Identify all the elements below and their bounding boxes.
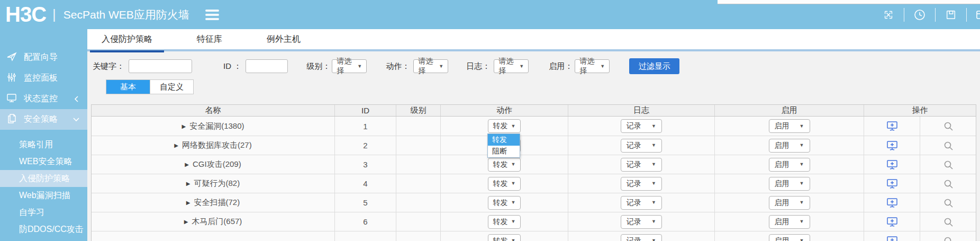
action-dropdown[interactable]: 转发▼ [488,177,521,191]
apply-to-monitor-icon[interactable] [885,177,899,191]
caret-down-icon: ▼ [651,200,656,205]
table-row: ▶安全扫描(72) 5 转发▼ 记录▼ 启用▼ [92,193,976,212]
search-icon[interactable] [941,196,955,210]
apply-to-monitor-icon[interactable] [885,119,899,133]
id-input[interactable] [246,59,288,73]
log-dropdown[interactable]: 记录▼ [621,139,662,153]
sidebar-item-config-wizard[interactable]: 配置向导 [0,47,87,68]
caret-down-icon: ▼ [511,219,516,224]
apply-to-monitor-icon[interactable] [885,215,899,229]
action-dropdown[interactable]: 转发▼ [488,215,521,229]
log-select[interactable]: 请选择 ▼ [494,59,529,73]
enable-dropdown[interactable]: 启用▼ [769,158,810,172]
save-icon[interactable] [945,8,957,21]
dropdown-option-forward[interactable]: 转发 [488,134,520,146]
search-icon[interactable] [941,158,955,172]
enable-label: 启用： [549,61,573,72]
logo-separator: | [52,6,56,23]
tab-intrusion-prevention-policy[interactable]: 入侵防护策略 [90,29,164,50]
clock-icon[interactable] [913,8,926,21]
sidebar-item-monitor-panel[interactable]: 监控面板 [0,68,87,88]
table-row: 转发▼ 记录▼ 启用▼ [92,231,976,241]
topbar-divider [935,8,936,22]
sidebar-item-label: 配置向导 [24,52,58,63]
apply-to-monitor-icon[interactable] [885,158,899,172]
apply-to-monitor-icon[interactable] [885,139,899,153]
expand-caret-icon[interactable]: ▶ [174,142,178,148]
apply-to-monitor-icon[interactable] [885,234,899,241]
col-header-log: 日志 [568,105,714,116]
expand-caret-icon[interactable]: ▶ [182,123,186,129]
table-row: ▶安全漏洞(1380) 1 转发▼ 记录▼ 启用▼ [92,117,976,136]
tab-bar: 入侵防护策略 特征库 例外主机 [87,29,980,51]
action-dropdown[interactable]: 转发▼ [488,158,521,172]
action-dropdown[interactable]: 转发▼ [488,119,521,133]
expand-caret-icon[interactable]: ▶ [186,200,190,206]
tab-exception-hosts[interactable]: 例外主机 [255,29,312,50]
enable-dropdown[interactable]: 启用▼ [769,119,810,133]
search-icon[interactable] [941,139,955,153]
expand-caret-icon[interactable]: ▶ [186,181,190,186]
rule-name: CGI攻击(209) [193,159,241,169]
window-icon[interactable] [976,8,980,21]
log-dropdown[interactable]: 记录▼ [621,234,662,241]
topbar-divider [904,8,904,22]
sidebar-subitem-anti-ddos-cc[interactable]: 防DDOS/CC攻击 [0,221,87,238]
enable-select[interactable]: 请选择 ▼ [575,59,610,73]
tab-signature-library[interactable]: 特征库 [185,29,234,50]
search-icon[interactable] [941,234,955,241]
level-select[interactable]: 请选择 ▼ [332,59,367,73]
caret-down-icon: ▼ [651,124,656,129]
col-header-level: 级别 [396,105,440,116]
enable-dropdown[interactable]: 启用▼ [769,234,810,241]
expand-caret-icon[interactable]: ▶ [185,162,189,167]
enable-dropdown[interactable]: 启用▼ [769,215,810,229]
caret-down-icon: ▼ [800,219,804,224]
rule-id: 1 [334,117,396,136]
log-dropdown[interactable]: 记录▼ [621,119,662,133]
sidebar-subitem-policy-reference[interactable]: 策略引用 [0,136,87,153]
action-select[interactable]: 请选择 ▼ [413,59,448,73]
chevron-down-icon [72,117,80,123]
main-content: 入侵防护策略 特征库 例外主机 关键字： ID ： 级别： 请选择 ▼ 动作： … [87,29,980,241]
filter-display-button[interactable]: 过滤显示 [629,58,679,74]
keyword-input[interactable] [129,59,192,73]
enable-dropdown[interactable]: 启用▼ [769,139,810,153]
keyword-label: 关键字： [93,61,124,72]
sidebar-item-security-policy[interactable]: 安全策略 [0,109,87,130]
rule-name: 木马后门(657) [192,217,242,227]
expand-arrows-icon[interactable] [882,8,895,21]
search-icon[interactable] [941,177,955,191]
log-dropdown[interactable]: 记录▼ [621,215,662,229]
action-dropdown[interactable]: 转发▼ [488,196,521,210]
sidebar-subitem-intrusion-prevention-policy[interactable]: 入侵防护策略 [0,170,87,187]
log-dropdown[interactable]: 记录▼ [621,177,662,191]
hamburger-icon[interactable] [205,10,219,20]
dropdown-option-block[interactable]: 阻断 [488,146,520,157]
search-icon[interactable] [941,119,955,133]
top-edge-strip [718,0,980,4]
action-dropdown[interactable]: 转发▼ [488,234,521,241]
apply-to-monitor-icon[interactable] [885,196,899,210]
search-icon[interactable] [941,215,955,229]
sidebar-subitem-self-learning[interactable]: 自学习 [0,204,87,221]
caret-down-icon: ▼ [800,143,804,148]
caret-down-icon: ▼ [511,124,516,129]
log-dropdown[interactable]: 记录▼ [621,158,662,172]
log-dropdown[interactable]: 记录▼ [621,196,662,210]
rule-level [396,193,440,212]
sidebar-item-status-monitor[interactable]: 状态监控 [0,88,87,109]
subtab-custom[interactable]: 自定义 [150,80,193,94]
caret-down-icon: ▼ [600,64,605,69]
rule-level [396,136,440,155]
caret-down-icon: ▼ [511,238,516,241]
action-dropdown-open-list: 转发 阻断 [487,133,520,158]
enable-dropdown[interactable]: 启用▼ [769,196,810,210]
col-header-id: ID [334,105,396,116]
subtab-basic[interactable]: 基本 [106,80,150,94]
expand-caret-icon[interactable]: ▶ [184,219,188,225]
sidebar-subitem-web-security-policy[interactable]: WEB安全策略 [0,153,87,170]
caret-down-icon: ▼ [651,181,656,186]
sidebar-subitem-web-vuln-scan[interactable]: Web漏洞扫描 [0,187,87,204]
enable-dropdown[interactable]: 启用▼ [769,177,810,191]
